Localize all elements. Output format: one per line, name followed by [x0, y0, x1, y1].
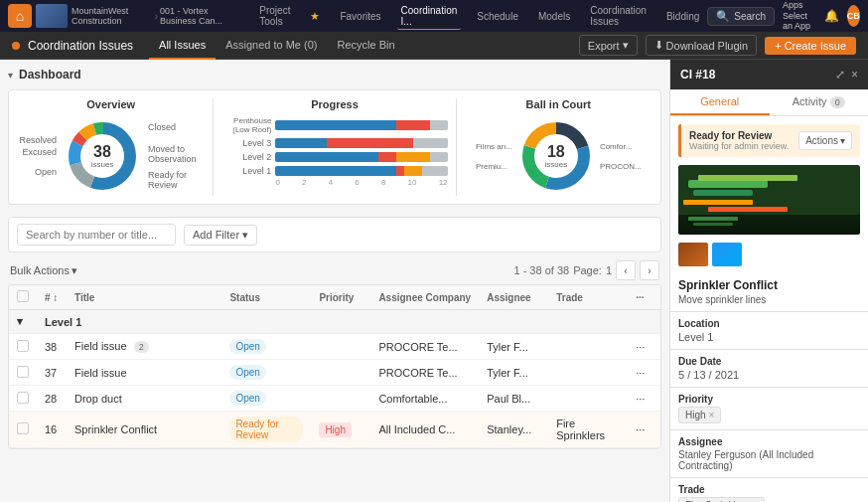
- issue-status-38: Open: [221, 334, 311, 360]
- main-content: ▾ Dashboard Overview Resolved Excused Op…: [0, 60, 669, 502]
- issue-assignee-38: Tyler F...: [479, 334, 548, 360]
- table-row[interactable]: 38 Field issue 2 Open PROCORE Te... Tyle…: [9, 334, 660, 360]
- location-value: Level 1: [678, 331, 860, 343]
- status-bar: Ready for Review Waiting for admin revie…: [678, 124, 860, 157]
- global-search[interactable]: 🔍 Search: [707, 7, 775, 26]
- table-row-selected[interactable]: 16 Sprinkler Conflict Ready for Review H…: [9, 412, 660, 448]
- label-resolved: Resolved: [17, 135, 57, 145]
- thumbnail-1[interactable]: [678, 243, 708, 266]
- tab-general[interactable]: General: [670, 89, 770, 115]
- bic-chart: Films an... Premiu...: [465, 116, 652, 196]
- project-name[interactable]: MountainWest Construction: [72, 6, 153, 26]
- export-button[interactable]: Export ▾: [579, 35, 638, 56]
- priority-remove-icon[interactable]: ×: [709, 410, 715, 420]
- row-checkbox[interactable]: [9, 412, 37, 448]
- close-panel-button[interactable]: ×: [851, 68, 858, 82]
- nav-favorites[interactable]: Favorites: [336, 9, 384, 24]
- label-excused: Excused: [17, 147, 57, 157]
- row-actions-37[interactable]: ···: [628, 360, 660, 386]
- col-title-header[interactable]: Title: [67, 285, 221, 310]
- download-plugin-button[interactable]: ⬇ Download Plugin: [646, 35, 758, 56]
- actions-button[interactable]: Actions ▾: [798, 131, 852, 150]
- field-assignee: Assignee Stanley Ferguson (All Included …: [670, 432, 868, 475]
- panel-thumbnails: [678, 243, 860, 266]
- nav-current-module[interactable]: Coordination I...: [397, 3, 462, 30]
- nav-bidding[interactable]: Bidding: [662, 9, 703, 24]
- sub-nav-tabs: All Issues Assigned to Me (0) Recycle Bi…: [149, 32, 404, 60]
- tab-all-issues[interactable]: All Issues: [149, 32, 216, 60]
- issue-assignee-16: Stanley...: [479, 412, 548, 448]
- row-checkbox[interactable]: [9, 386, 37, 412]
- field-priority: Priority High ×: [670, 390, 868, 427]
- chevron-down-icon: ▾: [242, 229, 248, 242]
- col-num-header[interactable]: # ↕: [37, 285, 67, 310]
- trade-tag[interactable]: Fire Sprinklers ×: [678, 497, 765, 502]
- select-all-checkbox[interactable]: [17, 290, 29, 302]
- project-num[interactable]: 001 - Vortex Business Can...: [160, 6, 243, 26]
- col-company-header[interactable]: Assignee Company: [370, 285, 479, 310]
- col-priority-header[interactable]: Priority: [311, 285, 370, 310]
- nav-models[interactable]: Models: [534, 9, 574, 24]
- priority-tag[interactable]: High ×: [678, 407, 721, 423]
- issue-company-28: Comfortable...: [370, 386, 479, 412]
- search-icon: 🔍: [716, 10, 730, 23]
- next-page-button[interactable]: ›: [640, 260, 659, 280]
- checkbox-37[interactable]: [17, 366, 29, 378]
- overview-donut: 38 issues: [63, 116, 142, 196]
- row-checkbox[interactable]: [9, 360, 37, 386]
- top-navigation: ⌂ MountainWest Construction › 001 - Vort…: [0, 0, 868, 32]
- table-row[interactable]: 37 Field issue Open PROCORE Te... Tyler …: [9, 360, 660, 386]
- dashboard-title: Dashboard: [19, 68, 81, 82]
- bulk-actions-label: Bulk Actions: [10, 264, 70, 276]
- dashboard-header[interactable]: ▾ Dashboard: [8, 68, 661, 82]
- add-filter-label: Add Filter: [193, 229, 239, 241]
- bulk-actions-dropdown[interactable]: Bulk Actions ▾: [10, 264, 77, 277]
- home-button[interactable]: ⌂: [8, 4, 32, 28]
- tab-assigned-to-me[interactable]: Assigned to Me (0): [216, 32, 327, 60]
- checkbox-28[interactable]: [17, 392, 29, 404]
- row-checkbox[interactable]: [9, 334, 37, 360]
- chart-divider-2: [456, 98, 457, 196]
- col-assignee-header[interactable]: Assignee: [479, 285, 548, 310]
- prev-page-button[interactable]: ‹: [616, 260, 636, 280]
- module-title: Coordination Issues: [28, 39, 133, 53]
- search-input[interactable]: [17, 224, 176, 246]
- checkbox-16[interactable]: [17, 422, 29, 434]
- issues-table: # ↕ Title Status Priority Assignee Compa…: [8, 284, 661, 449]
- notification-bell-icon[interactable]: 🔔: [824, 9, 839, 23]
- nav-schedule[interactable]: Schedule: [473, 9, 522, 24]
- col-status-header[interactable]: Status: [221, 285, 311, 310]
- add-filter-button[interactable]: Add Filter ▾: [184, 225, 257, 246]
- table-row[interactable]: 28 Drop duct Open Comfortable... Paul Bl…: [9, 386, 660, 412]
- image-overlay: [678, 215, 860, 235]
- trade-value: Fire Sprinklers ×: [678, 497, 860, 502]
- expand-panel-button[interactable]: ⤢: [835, 68, 845, 82]
- issue-title-16: Sprinkler Conflict: [67, 412, 221, 448]
- progress-bars: Penthouse (Low Roof) Level 3: [221, 116, 447, 176]
- bic-label-procon: PROCON...: [600, 162, 642, 171]
- create-issue-button[interactable]: + Create Issue: [765, 37, 856, 55]
- nav-project-tools[interactable]: Project Tools: [255, 3, 294, 29]
- checkbox-38[interactable]: [17, 340, 29, 352]
- user-avatar[interactable]: CB: [847, 5, 860, 27]
- nav-coordination-issues[interactable]: Coordination Issues: [586, 3, 651, 29]
- label-moved: Moved to Observation: [148, 144, 205, 164]
- search-label: Search: [734, 11, 766, 22]
- divider: [670, 387, 868, 388]
- tab-recycle-bin[interactable]: Recycle Bin: [327, 32, 404, 60]
- apps-menu[interactable]: Apps Select an App: [783, 0, 816, 32]
- panel-main-image[interactable]: [678, 165, 860, 235]
- group-expand-icon[interactable]: ▾: [9, 310, 37, 334]
- tab-activity[interactable]: Activity 0: [770, 89, 869, 115]
- group-row-level1[interactable]: ▾ Level 1: [9, 310, 660, 334]
- row-actions-16[interactable]: ···: [628, 412, 660, 448]
- issue-assignee-37: Tyler F...: [479, 360, 548, 386]
- chevron-down-icon: ▾: [623, 39, 629, 52]
- row-actions-38[interactable]: ···: [628, 334, 660, 360]
- progress-title: Progress: [221, 98, 447, 110]
- row-actions-28[interactable]: ···: [628, 386, 660, 412]
- thumbnail-2[interactable]: [712, 243, 742, 266]
- col-trade-header[interactable]: Trade: [548, 285, 628, 310]
- progress-row-level2: Level 2: [221, 152, 447, 162]
- level-2: Level 2: [221, 152, 271, 162]
